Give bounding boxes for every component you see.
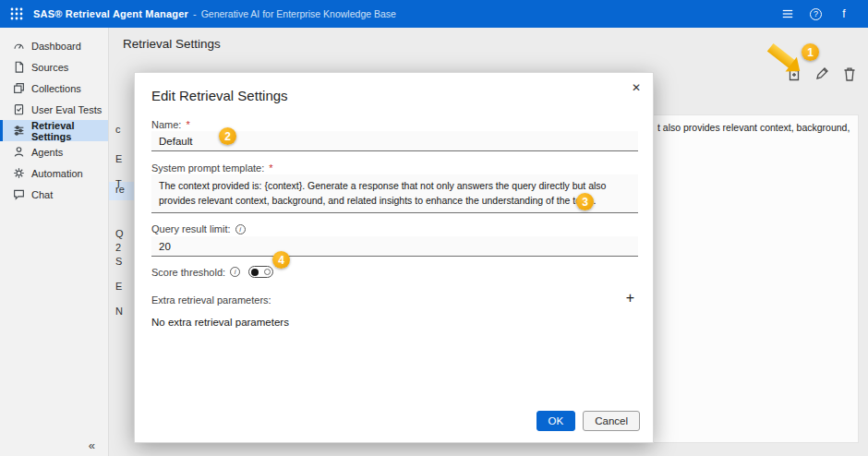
- query-result-limit-input[interactable]: [151, 236, 638, 257]
- dialog-title: Edit Retrieval Settings: [151, 88, 288, 103]
- app-header: SAS® Retrieval Agent Manager - Generativ…: [0, 0, 868, 28]
- sidebar-item-agents[interactable]: Agents: [0, 141, 108, 162]
- dashboard-icon: [13, 40, 25, 52]
- dialog-footer: OK Cancel: [536, 411, 640, 431]
- system-prompt-label: System prompt template:*: [151, 162, 273, 174]
- required-mark: *: [269, 162, 272, 174]
- system-prompt-textarea[interactable]: The context provided is: {context}. Gene…: [151, 174, 638, 213]
- query-result-limit-label: Query result limit: i: [151, 223, 246, 234]
- page-title: Retrieval Settings: [123, 37, 221, 51]
- close-icon[interactable]: ✕: [629, 78, 644, 97]
- user-avatar[interactable]: f: [837, 6, 851, 21]
- sidebar-item-label: Retrieval Settings: [31, 120, 108, 142]
- background-text-fragment: c: [115, 124, 121, 135]
- sidebar-item-label: Chat: [31, 189, 53, 200]
- edit-retrieval-settings-dialog: Edit Retrieval Settings ✕ Name:* System …: [134, 72, 654, 443]
- info-icon[interactable]: i: [230, 267, 240, 277]
- background-text-fragment: S: [115, 256, 122, 267]
- sidebar-item-label: Agents: [31, 147, 63, 158]
- chat-bubble-icon: [13, 188, 25, 200]
- score-threshold-label: Score threshold: i: [151, 266, 273, 278]
- checklist-icon: [13, 103, 25, 115]
- extra-parameters-label: Extra retrieval parameters:: [151, 294, 271, 306]
- annotation-badge-1: 1: [802, 43, 819, 61]
- sidebar-item-label: Dashboard: [31, 41, 81, 52]
- sidebar-item-automation[interactable]: Automation: [0, 162, 108, 184]
- app-subtitle: Generative AI for Enterprise Knowledge B…: [201, 8, 396, 19]
- sidebar-item-collections[interactable]: Collections: [0, 78, 108, 99]
- collections-icon: [13, 82, 25, 94]
- background-text-fragment: re: [115, 184, 125, 195]
- edit-pencil-icon[interactable]: [814, 66, 829, 81]
- annotation-badge-2: 2: [219, 127, 236, 145]
- app-window: SAS® Retrieval Agent Manager - Generativ…: [0, 0, 868, 456]
- sidebar-item-label: User Eval Tests: [31, 104, 102, 115]
- background-text-fragment: E: [115, 153, 122, 164]
- app-title: SAS® Retrieval Agent Manager: [33, 8, 188, 19]
- app-switcher-icon[interactable]: [9, 6, 24, 21]
- sidebar-collapse-button[interactable]: «: [89, 438, 95, 452]
- sidebar-item-retrieval-settings[interactable]: Retrieval Settings: [0, 120, 108, 141]
- score-threshold-toggle[interactable]: [248, 266, 273, 278]
- document-icon: [13, 61, 25, 73]
- add-parameter-icon[interactable]: +: [626, 291, 634, 306]
- gear-icon: [13, 167, 25, 179]
- app-title-separator: -: [193, 8, 197, 19]
- cancel-button[interactable]: Cancel: [583, 411, 640, 431]
- background-text-fragment: Q: [115, 228, 124, 239]
- name-label: Name:*: [151, 119, 190, 130]
- ok-button[interactable]: OK: [536, 411, 576, 431]
- annotation-arrow: [767, 43, 795, 68]
- background-text-fragment: E: [115, 281, 122, 292]
- sidebar-item-chat[interactable]: Chat: [0, 184, 108, 205]
- background-text-fragment: 2: [115, 242, 121, 253]
- background-text-fragment: N: [115, 306, 123, 317]
- sidebar-item-label: Collections: [31, 83, 81, 94]
- annotation-badge-4: 4: [272, 251, 290, 269]
- required-mark: *: [186, 119, 189, 130]
- annotation-badge-3: 3: [576, 193, 594, 210]
- sliders-icon: [13, 125, 25, 137]
- delete-trash-icon[interactable]: [842, 66, 857, 81]
- sidebar-item-label: Sources: [31, 62, 68, 73]
- sidebar-item-label: Automation: [31, 168, 83, 179]
- toggle-knob-on: [251, 269, 259, 276]
- toggle-knob-off: [264, 269, 271, 275]
- background-text-fragment: t also provides relevant context, backgr…: [657, 122, 861, 133]
- sidebar-item-user-eval-tests[interactable]: User Eval Tests: [0, 99, 108, 120]
- info-icon[interactable]: i: [235, 224, 246, 234]
- sidebar-nav: Dashboard Sources Collections User Eval …: [0, 28, 109, 456]
- person-icon: [13, 146, 25, 158]
- settings-list-icon[interactable]: [780, 6, 795, 21]
- help-icon[interactable]: ?: [810, 8, 822, 20]
- sidebar-item-sources[interactable]: Sources: [0, 56, 108, 78]
- no-extra-parameters-text: No extra retrieval parameters: [151, 317, 289, 328]
- sidebar-item-dashboard[interactable]: Dashboard: [0, 35, 108, 56]
